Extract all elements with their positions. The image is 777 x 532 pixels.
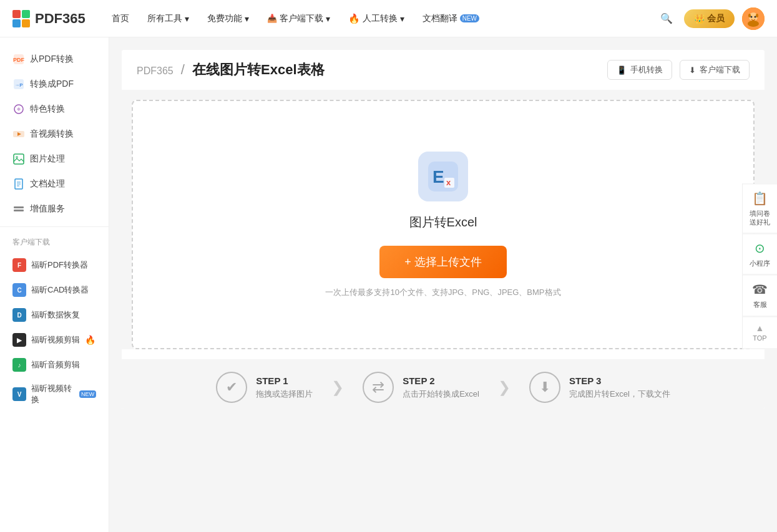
page-header-row: PDF365 / 在线图片转Excel表格 📱 手机转换 ⬇ 客户端下载 (137, 60, 750, 90)
sidebar-item-from-pdf[interactable]: PDF 从PDF转换 (0, 47, 109, 72)
page-header: PDF365 / 在线图片转Excel表格 📱 手机转换 ⬇ 客户端下载 (122, 50, 765, 90)
mini-program-button[interactable]: ⊙ 小程序 (742, 234, 777, 275)
nav-free[interactable]: 免费功能 ▾ (200, 9, 257, 28)
mini-program-icon: ⊙ (755, 241, 765, 257)
survey-icon: 📋 (752, 190, 768, 206)
upload-title: 图片转Excel (409, 214, 477, 231)
svg-text:x: x (446, 178, 451, 187)
svg-rect-21 (14, 210, 24, 211)
video-editor-icon: ▶ (12, 333, 26, 347)
sidebar-item-to-pdf[interactable]: →P 转换成PDF (0, 72, 109, 97)
svg-point-6 (748, 21, 759, 27)
sidebar-item-doc[interactable]: 文档处理 (0, 172, 109, 196)
video-convert-icon: V (12, 387, 26, 401)
special-icon (12, 103, 25, 115)
step-3-text: STEP 3 完成图片转Excel，下载文件 (569, 375, 670, 400)
top-label: TOP (753, 334, 766, 342)
pdf-converter-icon: F (12, 258, 26, 272)
audio-editor-icon: ♪ (12, 358, 26, 372)
search-button[interactable]: 🔍 (657, 9, 677, 29)
svg-point-5 (755, 16, 756, 17)
mobile-convert-button[interactable]: 📱 手机转换 (607, 60, 672, 80)
header-right: 🔍 👑 会员 (657, 7, 765, 30)
nav-manual[interactable]: 🔥 人工转换 ▾ (341, 9, 412, 28)
new-badge: NEW (460, 14, 479, 22)
upload-hint: 一次上传最多支持10个文件、支持JPG、PNG、JPEG、BMP格式 (325, 287, 560, 298)
new-app-badge: NEW (79, 390, 96, 398)
download-icon: ⬇ (689, 65, 696, 75)
svg-point-4 (751, 16, 753, 17)
upload-icon-container: E x (418, 152, 468, 201)
content-wrapper: PDF365 / 在线图片转Excel表格 📱 手机转换 ⬇ 客户端下载 (122, 50, 765, 409)
step-3: ⬇ STEP 3 完成图片转Excel，下载文件 (511, 372, 689, 403)
sidebar-app-video-editor[interactable]: ▶ 福昕视频剪辑 🔥 (0, 327, 109, 352)
nav-home[interactable]: 首页 (104, 9, 137, 28)
av-icon (12, 128, 25, 140)
svg-rect-14 (14, 154, 24, 164)
avatar-icon (742, 7, 765, 30)
sidebar-item-av[interactable]: 音视频转换 (0, 122, 109, 147)
nav-translate[interactable]: 文档翻译 NEW (415, 9, 487, 28)
service-icon: ☎ (752, 282, 768, 298)
survey-button[interactable]: 📋 填问卷 送好礼 (742, 183, 777, 234)
svg-rect-20 (14, 206, 24, 208)
fire-icon: 🔥 (348, 13, 360, 24)
mobile-icon: 📱 (617, 65, 627, 75)
step-1: ✔ STEP 1 拖拽或选择图片 (197, 372, 331, 403)
upload-wrapper: E x 图片转Excel + 选择上传文件 一次上传最多支持10个文件、支持JP… (122, 90, 765, 349)
data-recovery-icon: D (12, 308, 26, 322)
top-arrow-icon: ▲ (756, 323, 765, 333)
sidebar-divider (0, 226, 109, 227)
cad-converter-icon: C (12, 283, 26, 297)
logo-icon (12, 10, 30, 27)
upload-button[interactable]: + 选择上传文件 (379, 246, 507, 278)
member-button[interactable]: 👑 会员 (684, 9, 735, 28)
survey-label: 填问卷 送好礼 (750, 209, 770, 227)
page-actions: 📱 手机转换 ⬇ 客户端下载 (607, 60, 750, 80)
download-section-title: 客户端下载 (0, 232, 109, 253)
avatar[interactable] (742, 7, 765, 30)
sidebar-item-image[interactable]: 图片处理 (0, 147, 109, 172)
page-title: PDF365 / 在线图片转Excel表格 (137, 60, 325, 79)
step-1-text: STEP 1 拖拽或选择图片 (256, 375, 313, 400)
steps-section: ✔ STEP 1 拖拽或选择图片 ❯ ⇄ STEP 2 点击开始转换成Excel (122, 359, 765, 409)
logo-text: PDF365 (35, 11, 86, 27)
svg-text:→P: →P (14, 82, 23, 88)
to-pdf-icon: →P (12, 78, 25, 90)
hot-badge: 🔥 (85, 335, 95, 345)
header: PDF365 首页 所有工具 ▾ 免费功能 ▾ 📥 客户端下载 ▾ 🔥 人工转换… (0, 0, 777, 37)
step-3-icon: ⬇ (529, 372, 560, 403)
sidebar-app-video-convert[interactable]: V 福昕视频转换 NEW (0, 377, 109, 411)
top-button[interactable]: ▲ TOP (742, 316, 777, 349)
step-1-icon: ✔ (216, 372, 247, 403)
sidebar-app-audio-editor[interactable]: ♪ 福昕音频剪辑 (0, 352, 109, 377)
mini-program-label: 小程序 (750, 259, 770, 268)
sidebar-app-data-recovery[interactable]: D 福昕数据恢复 (0, 302, 109, 327)
sidebar-app-cad-converter[interactable]: C 福昕CAD转换器 (0, 278, 109, 302)
breadcrumb-current: 在线图片转Excel表格 (192, 62, 325, 77)
nav-download[interactable]: 📥 客户端下载 ▾ (260, 9, 338, 28)
float-panel: 📋 填问卷 送好礼 ⊙ 小程序 ☎ 客服 ▲ TOP (742, 183, 777, 349)
service-button[interactable]: ☎ 客服 (742, 275, 777, 316)
client-download-button[interactable]: ⬇ 客户端下载 (680, 60, 750, 80)
sidebar-item-value[interactable]: 增值服务 (0, 196, 109, 221)
sidebar-app-pdf-converter[interactable]: F 福昕PDF转换器 (0, 253, 109, 278)
doc-icon (12, 178, 25, 190)
breadcrumb-pdf365: PDF365 (137, 65, 173, 76)
image-icon (12, 153, 25, 165)
logo[interactable]: PDF365 (12, 10, 86, 27)
main-content: PDF365 / 在线图片转Excel表格 📱 手机转换 ⬇ 客户端下载 (109, 37, 777, 532)
excel-icon: E x (428, 162, 458, 191)
nav-tools[interactable]: 所有工具 ▾ (140, 9, 197, 28)
svg-point-2 (748, 14, 751, 17)
step-arrow-1: ❯ (331, 379, 344, 396)
service-label: 客服 (753, 301, 767, 309)
svg-point-3 (756, 14, 758, 17)
from-pdf-icon: PDF (12, 53, 25, 65)
step-2-text: STEP 2 点击开始转换成Excel (403, 375, 479, 400)
step-2: ⇄ STEP 2 点击开始转换成Excel (344, 372, 498, 403)
main-nav: 首页 所有工具 ▾ 免费功能 ▾ 📥 客户端下载 ▾ 🔥 人工转换 ▾ 文档翻译… (104, 9, 657, 28)
value-icon (12, 203, 25, 215)
upload-area[interactable]: E x 图片转Excel + 选择上传文件 一次上传最多支持10个文件、支持JP… (132, 100, 755, 349)
sidebar-item-special[interactable]: 特色转换 (0, 97, 109, 122)
